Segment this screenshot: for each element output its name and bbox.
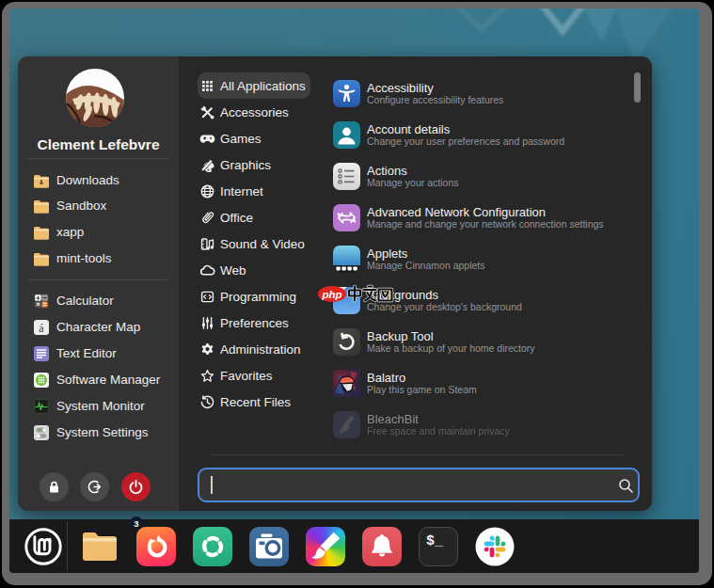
svg-text:á: á (39, 321, 44, 334)
svg-text:php: php (321, 289, 341, 300)
